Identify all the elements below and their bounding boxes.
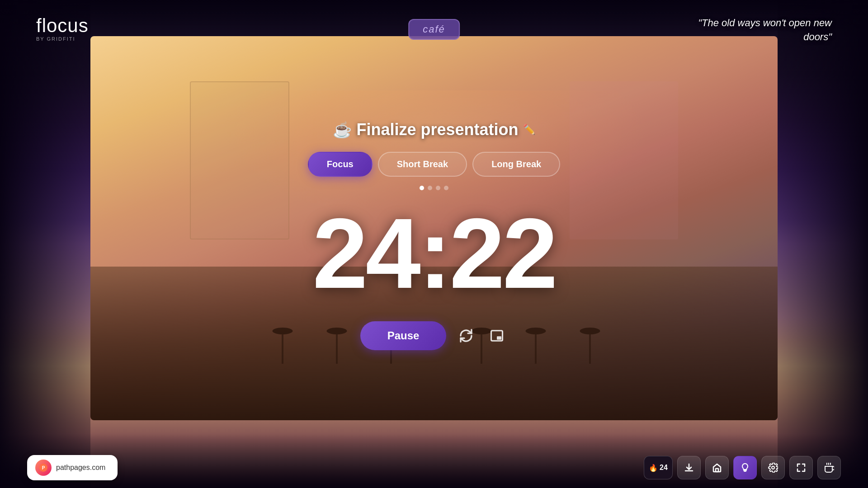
long-break-tab[interactable]: Long Break xyxy=(472,152,560,177)
short-break-tab[interactable]: Short Break xyxy=(378,152,467,177)
dot-1[interactable] xyxy=(420,186,424,190)
pause-button[interactable]: Pause xyxy=(360,321,447,350)
pip-button[interactable] xyxy=(486,325,508,347)
svg-text:P: P xyxy=(42,465,45,470)
pip-icon xyxy=(490,329,504,343)
task-title-row: ☕ Finalize presentation ✏️ xyxy=(333,120,535,139)
fullscreen-button[interactable] xyxy=(789,456,813,479)
restart-button[interactable] xyxy=(455,325,477,347)
pathpages-url: pathpages.com xyxy=(56,464,105,472)
dot-2[interactable] xyxy=(428,186,432,190)
download-icon xyxy=(684,463,694,473)
flame-icon: 🔥 xyxy=(649,464,658,472)
task-title-text: Finalize presentation xyxy=(356,120,518,139)
focus-mode-button[interactable] xyxy=(733,456,757,479)
dot-4[interactable] xyxy=(444,186,448,190)
reload-icon xyxy=(459,328,473,343)
streak-count: 24 xyxy=(660,464,668,472)
home-button[interactable] xyxy=(705,456,729,479)
svg-rect-1 xyxy=(497,336,501,340)
focus-tab[interactable]: Focus xyxy=(308,152,373,177)
logo: flocus BY GRIDFITI xyxy=(36,16,89,42)
app-subtitle: BY GRIDFITI xyxy=(36,36,89,42)
svg-point-7 xyxy=(772,466,774,469)
fullscreen-icon xyxy=(796,463,806,473)
app-name: flocus xyxy=(36,16,89,35)
controls-row: Pause xyxy=(360,321,508,350)
settings-icon xyxy=(768,463,778,473)
settings-button[interactable] xyxy=(761,456,785,479)
quote-text: "The old ways won't open new doors" xyxy=(698,17,832,42)
quote-block: "The old ways won't open new doors" xyxy=(687,16,832,44)
download-button[interactable] xyxy=(677,456,701,479)
dots-indicator xyxy=(420,186,448,190)
svg-rect-4 xyxy=(716,469,718,472)
bulb-icon xyxy=(740,463,750,473)
bottom-right-icons: 🔥 24 xyxy=(644,456,841,479)
pathpages-widget[interactable]: P pathpages.com xyxy=(27,455,118,480)
mode-tabs: Focus Short Break Long Break xyxy=(308,152,560,177)
streak-badge[interactable]: 🔥 24 xyxy=(644,456,673,479)
task-emoji: ☕ xyxy=(333,121,352,139)
pathpages-logo-icon: P xyxy=(38,463,48,473)
coffee-button[interactable] xyxy=(817,456,841,479)
pathpages-avatar: P xyxy=(35,460,52,476)
home-icon xyxy=(712,463,722,473)
dot-3[interactable] xyxy=(436,186,440,190)
edit-task-icon[interactable]: ✏️ xyxy=(523,124,535,136)
main-content: ☕ Finalize presentation ✏️ Focus Short B… xyxy=(0,0,868,488)
bottom-bar: P pathpages.com 🔥 24 xyxy=(0,447,868,488)
coffee-icon xyxy=(824,463,834,473)
timer-display: 24:22 xyxy=(312,204,556,303)
